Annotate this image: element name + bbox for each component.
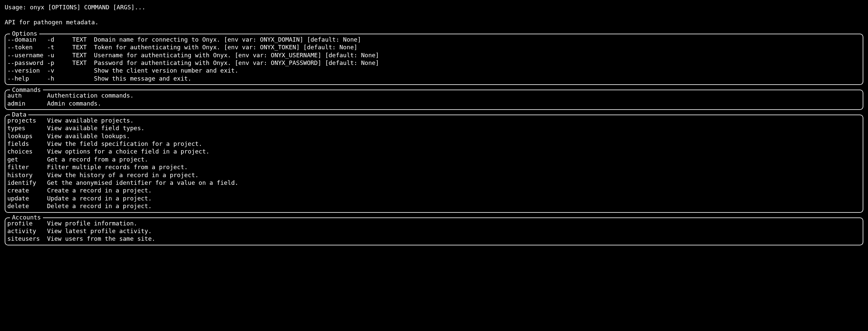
command-name: identify [7,179,47,187]
command-row: adminAdmin commands. [7,100,861,107]
command-description: View available field types. [47,125,145,132]
command-row: filterFilter multiple records from a pro… [7,163,861,171]
commands-panel-title: Commands [10,86,43,94]
command-name: get [7,156,47,163]
command-description: View the field specification for a proje… [47,140,202,147]
option-row: --username-uTEXTUsername for authenticat… [7,51,861,59]
command-row: authAuthentication commands. [7,92,861,99]
command-description: View the history of a record in a projec… [47,171,198,178]
option-type: TEXT [72,36,94,43]
command-row: typesView available field types. [7,124,861,132]
options-panel: Options --domain-dTEXTDomain name for co… [5,34,863,85]
command-description: View profile information. [47,220,137,227]
command-name: delete [7,202,47,210]
command-description: Authentication commands. [47,92,133,99]
command-row: updateUpdate a record in a project. [7,195,861,202]
command-name: create [7,187,47,194]
option-description: Domain name for connecting to Onyx. [env… [94,36,361,43]
option-row: --password-pTEXTPassword for authenticat… [7,59,861,67]
usage-line: Usage: onyx [OPTIONS] COMMAND [ARGS]... [5,3,863,11]
command-description: Get the anonymised identifier for a valu… [47,179,238,186]
option-description: Show the client version number and exit. [94,67,238,74]
option-long-flag: --password [7,59,47,67]
command-description: Filter multiple records from a project. [47,164,188,170]
command-name: types [7,124,47,132]
command-name: siteusers [7,235,47,242]
option-description: Token for authenticating with Onyx. [env… [94,44,358,51]
command-row: profileView profile information. [7,220,861,227]
command-row: identifyGet the anonymised identifier fo… [7,179,861,187]
command-row: projectsView available projects. [7,117,861,124]
command-name: choices [7,147,47,155]
option-description: Show this message and exit. [94,75,191,82]
option-row: --token-tTEXTToken for authenticating wi… [7,43,861,51]
command-row: historyView the history of a record in a… [7,171,861,179]
option-type: TEXT [72,59,94,67]
command-description: Get a record from a project. [47,156,148,163]
option-short-flag: -v [47,67,72,74]
command-description: Admin commands. [47,100,101,107]
option-row: --version-vShow the client version numbe… [7,67,861,74]
command-description: View options for a choice field in a pro… [47,148,210,155]
command-description: View available projects. [47,117,133,124]
command-name: filter [7,163,47,171]
command-row: siteusersView users from the same site. [7,235,861,242]
option-type: TEXT [72,51,94,59]
options-panel-title: Options [10,30,39,37]
accounts-panel: Accounts profileView profile information… [5,218,863,245]
command-row: choicesView options for a choice field i… [7,147,861,155]
option-short-flag: -u [47,51,72,59]
command-row: createCreate a record in a project. [7,187,861,194]
command-name: update [7,195,47,202]
command-row: activityView latest profile activity. [7,227,861,235]
commands-panel: Commands authAuthentication commands.adm… [5,90,863,110]
command-name: admin [7,100,47,107]
option-row: --domain-dTEXTDomain name for connecting… [7,36,861,43]
option-row: --help-hShow this message and exit. [7,75,861,82]
data-panel: Data projectsView available projects.typ… [5,114,863,213]
command-description: View available lookups. [47,133,130,139]
option-type: TEXT [72,43,94,51]
command-row: deleteDelete a record in a project. [7,202,861,210]
option-short-flag: -d [47,36,72,43]
option-long-flag: --help [7,75,47,82]
command-description: Create a record in a project. [47,187,152,194]
command-name: fields [7,140,47,147]
command-name: history [7,171,47,179]
description-line: API for pathogen metadata. [5,18,863,26]
command-row: getGet a record from a project. [7,156,861,163]
option-description: Password for authenticating with Onyx. [… [94,59,379,66]
option-short-flag: -p [47,59,72,67]
command-description: Update a record in a project. [47,195,152,202]
command-name: lookups [7,132,47,140]
command-description: Delete a record in a project. [47,202,152,209]
option-short-flag: -h [47,75,72,82]
command-description: View latest profile activity. [47,227,152,234]
option-long-flag: --username [7,51,47,59]
option-description: Username for authenticating with Onyx. [… [94,52,379,59]
command-name: activity [7,227,47,235]
option-short-flag: -t [47,43,72,51]
command-row: fieldsView the field specification for a… [7,140,861,147]
option-long-flag: --version [7,67,47,74]
command-row: lookupsView available lookups. [7,132,861,140]
accounts-panel-title: Accounts [10,213,43,221]
data-panel-title: Data [10,110,28,118]
command-description: View users from the same site. [47,235,155,242]
option-long-flag: --token [7,43,47,51]
